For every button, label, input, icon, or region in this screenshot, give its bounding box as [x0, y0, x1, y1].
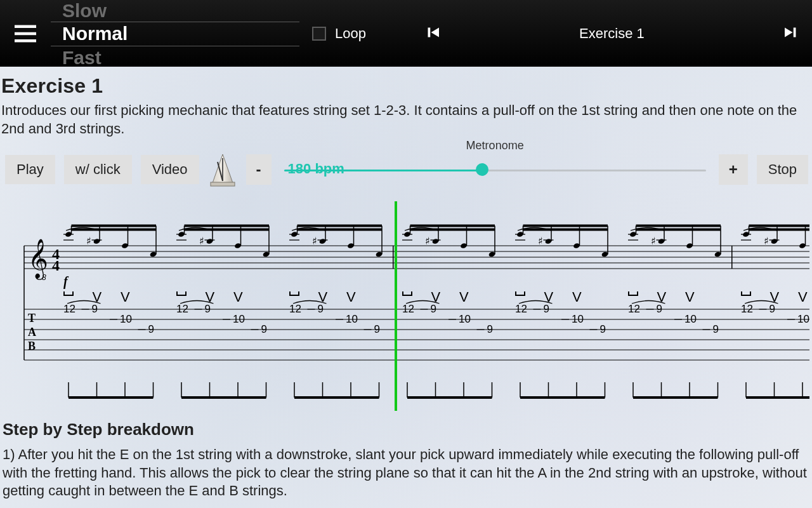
- svg-text:12: 12: [63, 303, 75, 315]
- svg-text:10: 10: [684, 313, 697, 325]
- svg-text:10: 10: [120, 313, 132, 325]
- svg-text:9: 9: [431, 303, 436, 315]
- svg-text:♯: ♯: [764, 236, 769, 246]
- divider: [51, 46, 299, 46]
- svg-text:10: 10: [797, 313, 809, 325]
- speed-option-normal[interactable]: Normal: [62, 23, 128, 44]
- score-svg: 𝄞844fTABVV♯129109VV♯129109VV♯129109VV♯12…: [5, 201, 809, 411]
- svg-text:♯: ♯: [425, 236, 430, 246]
- svg-text:V: V: [121, 289, 130, 305]
- slider-thumb[interactable]: [476, 163, 488, 176]
- play-button[interactable]: Play: [5, 155, 55, 184]
- svg-text:A: A: [28, 326, 36, 338]
- loop-toggle[interactable]: Loop: [312, 25, 366, 42]
- video-button[interactable]: Video: [141, 155, 199, 184]
- svg-text:9: 9: [600, 323, 606, 335]
- divider: [51, 22, 299, 22]
- svg-rect-4: [211, 182, 235, 186]
- playback-controls: Play w/ click Video - Metronome 180 bpm …: [1, 148, 811, 199]
- stop-button[interactable]: Stop: [757, 155, 808, 184]
- svg-text:V: V: [685, 289, 695, 305]
- svg-text:12: 12: [402, 303, 414, 315]
- svg-text:9: 9: [374, 323, 380, 335]
- svg-text:♯: ♯: [312, 236, 317, 246]
- prev-exercise-button[interactable]: [423, 23, 442, 44]
- svg-text:V: V: [572, 289, 582, 305]
- speed-picker[interactable]: Slow Normal Fast: [51, 0, 299, 67]
- next-exercise-button[interactable]: [782, 23, 801, 44]
- bpm-value: 180 bpm: [285, 161, 347, 178]
- playhead: [395, 201, 397, 411]
- svg-text:9: 9: [657, 303, 662, 315]
- svg-text:9: 9: [205, 303, 211, 315]
- svg-text:10: 10: [459, 313, 471, 325]
- svg-text:9: 9: [261, 323, 267, 335]
- svg-text:10: 10: [572, 313, 584, 325]
- svg-text:♯: ♯: [651, 236, 656, 246]
- svg-text:9: 9: [713, 323, 719, 335]
- svg-text:9: 9: [148, 323, 154, 335]
- svg-text:12: 12: [741, 303, 753, 315]
- speed-option-fast[interactable]: Fast: [62, 47, 102, 69]
- svg-text:4: 4: [52, 257, 60, 274]
- content-area: Exercise 1 Introduces our first picking …: [0, 67, 812, 508]
- svg-text:V: V: [459, 289, 469, 305]
- svg-text:V: V: [233, 289, 243, 305]
- svg-text:10: 10: [233, 313, 245, 325]
- exercise-nav-title: Exercise 1: [579, 25, 645, 42]
- skip-next-icon: [782, 23, 801, 42]
- metronome-label: Metronome: [466, 139, 524, 152]
- svg-text:10: 10: [346, 313, 358, 325]
- svg-text:9: 9: [487, 323, 493, 335]
- svg-text:T: T: [28, 312, 36, 324]
- breakdown-step-1: 1) After you hit the E on the 1st string…: [3, 446, 809, 500]
- svg-text:9: 9: [769, 303, 775, 315]
- exercise-description: Introduces our first picking mechanic th…: [1, 102, 811, 138]
- metronome-icon: [208, 152, 237, 187]
- bpm-plus-button[interactable]: +: [719, 154, 748, 185]
- svg-text:B: B: [28, 340, 36, 352]
- loop-checkbox[interactable]: [312, 27, 326, 41]
- svg-text:8: 8: [42, 273, 46, 282]
- menu-button[interactable]: [0, 24, 51, 43]
- exercise-nav: Exercise 1: [366, 23, 812, 44]
- svg-text:9: 9: [92, 303, 98, 315]
- score-view[interactable]: 𝄞844fTABVV♯129109VV♯129109VV♯129109VV♯12…: [1, 201, 811, 411]
- svg-text:9: 9: [544, 303, 549, 315]
- svg-text:V: V: [798, 289, 808, 305]
- svg-text:♯: ♯: [538, 236, 543, 246]
- svg-text:12: 12: [628, 303, 640, 315]
- bpm-minus-button[interactable]: -: [246, 154, 272, 185]
- svg-text:♯: ♯: [199, 236, 204, 246]
- svg-text:12: 12: [289, 303, 301, 315]
- top-bar: Slow Normal Fast Loop Exercise 1: [0, 0, 812, 67]
- svg-text:V: V: [346, 289, 356, 305]
- svg-text:9: 9: [318, 303, 324, 315]
- svg-text:♯: ♯: [86, 236, 91, 246]
- skip-previous-icon: [423, 23, 442, 42]
- svg-text:f: f: [63, 274, 69, 289]
- bpm-slider[interactable]: Metronome 180 bpm: [284, 157, 706, 182]
- svg-text:12: 12: [176, 303, 188, 315]
- speed-option-slow[interactable]: Slow: [62, 0, 107, 22]
- loop-label: Loop: [335, 25, 366, 42]
- exercise-title: Exercise 1: [1, 74, 811, 98]
- breakdown-heading: Step by Step breakdown: [3, 420, 809, 439]
- svg-text:12: 12: [515, 303, 527, 315]
- menu-icon: [15, 24, 36, 43]
- breakdown-section: Step by Step breakdown 1) After you hit …: [1, 411, 811, 508]
- play-with-click-button[interactable]: w/ click: [64, 155, 132, 184]
